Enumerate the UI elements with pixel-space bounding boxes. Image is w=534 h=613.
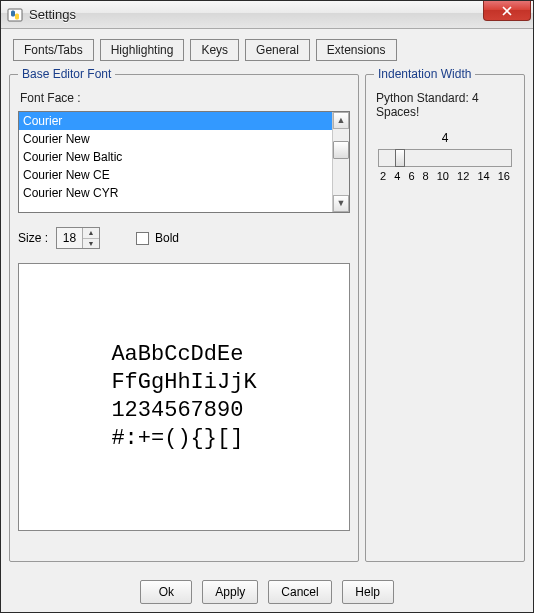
tick: 4 (394, 170, 400, 182)
ok-button[interactable]: Ok (140, 580, 192, 604)
indentation-slider[interactable]: 2 4 6 8 10 12 14 16 (378, 149, 512, 182)
tick: 14 (477, 170, 489, 182)
bold-label: Bold (155, 231, 179, 245)
list-item[interactable]: Courier New Baltic (19, 148, 332, 166)
tab-extensions[interactable]: Extensions (316, 39, 397, 61)
size-up-arrow[interactable]: ▲ (83, 228, 99, 239)
base-font-legend: Base Editor Font (18, 67, 115, 81)
font-face-list[interactable]: Courier Courier New Courier New Baltic C… (19, 112, 332, 212)
client-area: Fonts/Tabs Highlighting Keys General Ext… (1, 29, 533, 612)
base-editor-font-panel: Base Editor Font Font Face : Courier Cou… (9, 67, 359, 562)
bold-checkbox[interactable]: Bold (136, 231, 179, 245)
slider-ticks: 2 4 6 8 10 12 14 16 (378, 167, 512, 182)
font-list-scrollbar[interactable]: ▲ ▼ (332, 112, 349, 212)
scroll-thumb[interactable] (333, 141, 349, 159)
font-preview: AaBbCcDdEe FfGgHhIiJjK 1234567890 #:+=()… (18, 263, 350, 531)
size-down-arrow[interactable]: ▼ (83, 239, 99, 249)
tabs-row: Fonts/Tabs Highlighting Keys General Ext… (13, 39, 525, 61)
tick: 6 (408, 170, 414, 182)
font-face-label: Font Face : (20, 91, 350, 105)
close-button[interactable] (483, 1, 531, 21)
scroll-up-arrow[interactable]: ▲ (333, 112, 349, 129)
preview-text: AaBbCcDdEe FfGgHhIiJjK 1234567890 #:+=()… (111, 341, 256, 453)
scroll-track[interactable] (333, 129, 349, 195)
tab-general[interactable]: General (245, 39, 310, 61)
help-button[interactable]: Help (342, 580, 394, 604)
tab-highlighting[interactable]: Highlighting (100, 39, 185, 61)
scroll-down-arrow[interactable]: ▼ (333, 195, 349, 212)
main-columns: Base Editor Font Font Face : Courier Cou… (9, 67, 525, 562)
tab-fonts-tabs[interactable]: Fonts/Tabs (13, 39, 94, 61)
tick: 2 (380, 170, 386, 182)
indentation-value: 4 (374, 131, 516, 145)
size-value[interactable]: 18 (57, 228, 83, 248)
titlebar[interactable]: Settings (1, 1, 533, 29)
tick: 10 (437, 170, 449, 182)
indentation-width-panel: Indentation Width Python Standard: 4 Spa… (365, 67, 525, 562)
slider-track[interactable] (378, 149, 512, 167)
size-label: Size : (18, 231, 48, 245)
list-item[interactable]: Courier New CYR (19, 184, 332, 202)
tick: 8 (423, 170, 429, 182)
indentation-legend: Indentation Width (374, 67, 475, 81)
apply-button[interactable]: Apply (202, 580, 258, 604)
window-title: Settings (29, 7, 76, 22)
size-spinbox[interactable]: 18 ▲ ▼ (56, 227, 100, 249)
tab-keys[interactable]: Keys (190, 39, 239, 61)
size-row: Size : 18 ▲ ▼ Bold (18, 227, 350, 249)
tick: 12 (457, 170, 469, 182)
list-item[interactable]: Courier (19, 112, 332, 130)
settings-window: Settings Fonts/Tabs Highlighting Keys Ge… (0, 0, 534, 613)
list-item[interactable]: Courier New CE (19, 166, 332, 184)
dialog-button-row: Ok Apply Cancel Help (1, 580, 533, 604)
app-icon (7, 7, 23, 23)
font-face-listbox[interactable]: Courier Courier New Courier New Baltic C… (18, 111, 350, 213)
tick: 16 (498, 170, 510, 182)
bold-checkbox-box[interactable] (136, 232, 149, 245)
list-item[interactable]: Courier New (19, 130, 332, 148)
cancel-button[interactable]: Cancel (268, 580, 331, 604)
slider-thumb[interactable] (395, 149, 405, 167)
indentation-note: Python Standard: 4 Spaces! (376, 91, 516, 119)
